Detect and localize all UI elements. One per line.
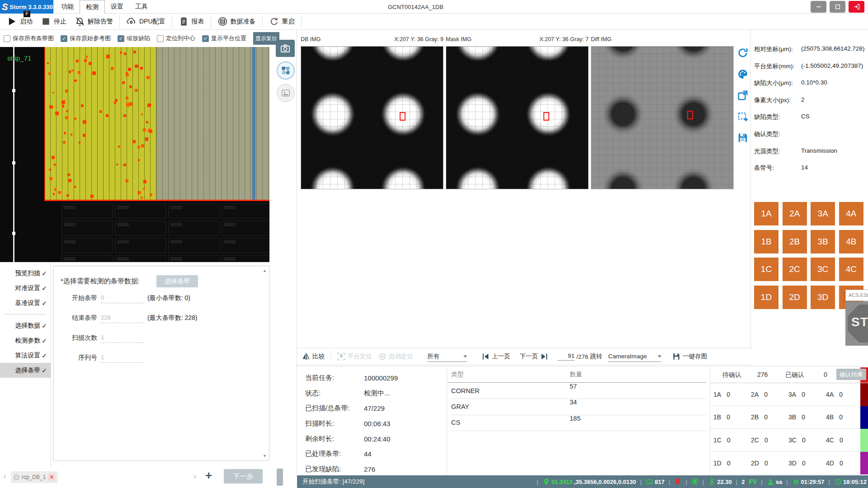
expand-button[interactable] <box>737 89 749 101</box>
confirmed-value: 0 <box>824 371 827 378</box>
exit-button[interactable] <box>849 1 864 13</box>
palette-icon <box>737 68 749 80</box>
toolbar-restart-button[interactable]: 重启 <box>265 15 299 28</box>
diff-image-view[interactable] <box>591 46 734 189</box>
step-预览扫描[interactable]: 预览扫描 ✓ <box>0 266 51 281</box>
class-button-2A[interactable]: 2A <box>783 202 807 225</box>
scan-status-text: 开始扫描条带: [47/229] <box>302 478 364 486</box>
prev-page-button[interactable]: 上一页 <box>481 352 510 361</box>
class-button-2D[interactable]: 2D <box>783 286 807 309</box>
checkbox-save-all-strips[interactable]: 保存所有条带图 <box>4 34 54 42</box>
menu-settings[interactable]: 设置 <box>105 0 129 14</box>
temperature-readout: 22.30 <box>708 478 732 486</box>
jump-button[interactable]: 跳转 <box>590 352 602 361</box>
alarm-pin-icon <box>674 478 681 485</box>
image-view-button[interactable] <box>277 84 295 102</box>
pending-strip-box <box>222 255 269 262</box>
select-strip-button[interactable]: 选择条带 <box>156 275 198 287</box>
strip-scan-preview[interactable]: strip_71 <box>0 47 269 262</box>
toolbar-report-button[interactable]: 报表 <box>175 15 208 28</box>
tab-prev-chevron[interactable]: ‹ <box>4 472 6 481</box>
table-row[interactable]: CORNER57 <box>451 383 706 399</box>
add-region-icon <box>737 111 749 122</box>
pending-strip-box <box>222 221 269 236</box>
class-button-3A[interactable]: 3A <box>811 202 835 225</box>
compare-icon <box>302 352 311 361</box>
toolbar-stop-button[interactable]: 停止 <box>37 15 71 28</box>
mask-img-header: Mask IMG X:207 Y: 36 Gray: 7 <box>446 36 589 45</box>
toolbar-start-button[interactable]: 启动 <box>3 15 37 28</box>
add-region-button[interactable] <box>737 111 749 122</box>
scroll-down-icon[interactable]: ▼ <box>263 454 267 458</box>
class-button-2B[interactable]: 2B <box>783 230 807 253</box>
toolbar-clear-alarm-button[interactable]: 解除告警 <box>71 15 117 28</box>
class-button-3C[interactable]: 3C <box>811 258 835 281</box>
class-button-1C[interactable]: 1C <box>754 258 778 281</box>
image-source-select[interactable]: CameraImage <box>608 351 661 362</box>
rotate-button[interactable] <box>737 47 749 59</box>
save-icon <box>672 352 681 361</box>
maximize-button[interactable] <box>830 1 845 13</box>
confirm-result-button[interactable]: 确认结果 <box>836 369 866 380</box>
palette-button[interactable] <box>737 68 749 80</box>
defect-filter-select[interactable]: 所有 <box>427 351 467 362</box>
col-type: 类型 <box>451 371 464 378</box>
step-检测参数[interactable]: 检测参数 ✓ <box>0 333 51 348</box>
stage-locate-button[interactable]: 平台定位 <box>337 352 372 361</box>
class-button-3B[interactable]: 3B <box>811 230 835 253</box>
camera-button[interactable] <box>276 40 295 57</box>
recipe-tab[interactable]: rcp_DB_1 ✕ <box>11 471 58 483</box>
first-page-icon <box>481 352 490 361</box>
minimize-button[interactable] <box>811 1 826 13</box>
step-基准设置[interactable]: 基准设置 ✓ <box>0 296 51 310</box>
checkbox-save-raw-ref[interactable]: ✓保存原始参考图 <box>61 34 111 42</box>
class-color-strip <box>860 406 868 429</box>
db-image-view[interactable] <box>301 46 443 189</box>
toolbar-data-prep-button[interactable]: 数据准备 <box>213 15 260 28</box>
class-button-1B[interactable]: 1B <box>754 230 778 253</box>
panel-splitter-handle[interactable] <box>277 469 283 486</box>
save-all-images-button[interactable]: 一键存图 <box>672 352 707 361</box>
menu-inspect[interactable]: 检测 <box>80 0 105 14</box>
step-选择数据[interactable]: 选择数据 ✓ <box>0 318 51 333</box>
scroll-up-icon[interactable]: ▲ <box>263 268 267 273</box>
input-scan-count[interactable]: 1 <box>101 334 144 343</box>
step-对准设置[interactable]: 对准设置 ✓ <box>0 281 51 296</box>
report-icon <box>179 16 189 27</box>
input-start-strip[interactable]: 0 <box>101 294 144 303</box>
add-tab-button[interactable]: + <box>205 469 212 483</box>
menu-tools[interactable]: 工具 <box>129 0 154 14</box>
tab-close-icon[interactable]: ✕ <box>48 474 55 481</box>
checkbox-show-stage-pos[interactable]: ✓显示平台位置 <box>202 34 246 42</box>
wafer-map-view-button[interactable] <box>277 61 295 80</box>
save-defect-button[interactable] <box>737 132 749 144</box>
page-number-input[interactable]: 91 <box>557 352 575 361</box>
class-button-4B[interactable]: 4B <box>839 230 863 253</box>
tab-next-chevron[interactable]: › <box>193 472 196 481</box>
next-step-button[interactable]: 下一步 <box>224 469 263 483</box>
class-button-3D[interactable]: 3D <box>811 286 835 309</box>
table-row[interactable]: GRAY34 <box>451 399 706 414</box>
class-button-4C[interactable]: 4C <box>839 258 863 281</box>
compare-button[interactable]: 比较 <box>302 352 325 361</box>
cell-type: CORNER <box>451 387 480 394</box>
auto-locate-button[interactable]: 自动定位 <box>378 352 413 361</box>
task-label: 扫描时长: <box>305 419 364 428</box>
input-sequence-no[interactable]: 1 <box>101 354 144 363</box>
cloud-gear-icon <box>126 16 137 27</box>
table-row[interactable]: CS185 <box>451 415 706 431</box>
mask-image-view[interactable] <box>446 46 589 189</box>
menu-function[interactable]: 功能 <box>55 0 80 14</box>
step-算法设置[interactable]: 算法设置 ✓ <box>0 348 51 363</box>
form-row-sequence-no: 序列号1 <box>54 351 269 371</box>
step-选择条带[interactable]: 选择条带 ✓ <box>0 363 51 378</box>
checkbox-zoom-defect[interactable]: ✓缩放缺陷 <box>118 34 150 42</box>
class-button-1D[interactable]: 1D <box>754 286 778 309</box>
class-button-1A[interactable]: 1A <box>754 202 778 225</box>
checkbox-locate-center[interactable]: 定位到中心 <box>157 34 195 42</box>
class-button-4A[interactable]: 4A <box>839 202 863 225</box>
next-page-button[interactable]: 下一页 <box>520 352 549 361</box>
toolbar-dpu-config-button[interactable]: DPU配置 <box>122 15 170 28</box>
input-end-strip[interactable]: 228 <box>101 314 144 323</box>
class-button-2C[interactable]: 2C <box>783 258 807 281</box>
